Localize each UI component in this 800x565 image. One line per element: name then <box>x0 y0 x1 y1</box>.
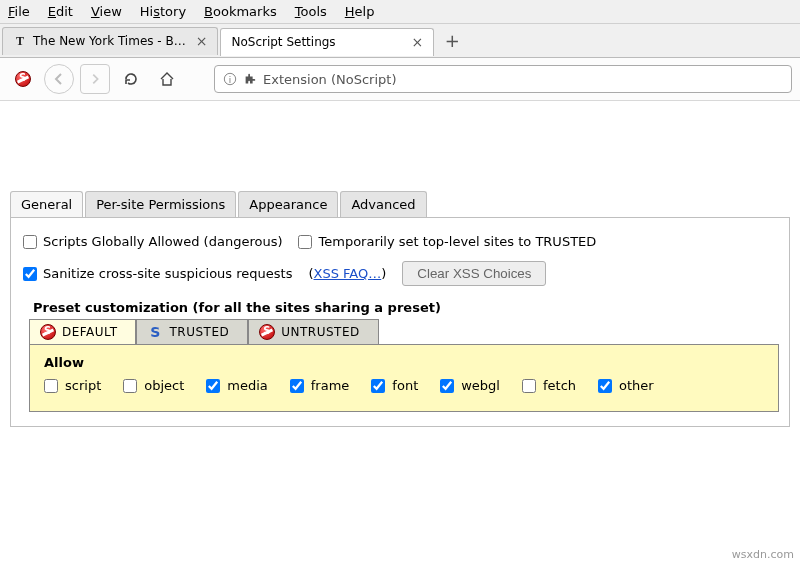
nav-toolbar: i Extension (NoScript) <box>0 58 800 101</box>
menu-view[interactable]: View <box>91 4 122 19</box>
menu-history[interactable]: History <box>140 4 186 19</box>
tab-per-site[interactable]: Per-site Permissions <box>85 191 236 217</box>
info-icon: i <box>223 72 237 86</box>
sanitize-checkbox[interactable]: Sanitize cross-site suspicious requests <box>23 266 292 281</box>
allow-label: Allow <box>44 355 766 370</box>
perm-fetch[interactable]: fetch <box>522 378 576 393</box>
preset-tabs: DEFAULT S TRUSTED UNTRUSTED <box>29 319 779 345</box>
back-button[interactable] <box>44 64 74 94</box>
tab-strip: T The New York Times - B… × NoScript Set… <box>0 24 800 58</box>
settings-content: General Per-site Permissions Appearance … <box>0 191 800 427</box>
noscript-icon <box>15 71 31 87</box>
perm-webgl[interactable]: webgl <box>440 378 500 393</box>
perm-frame[interactable]: frame <box>290 378 350 393</box>
menu-edit[interactable]: Edit <box>48 4 73 19</box>
settings-tab-row: General Per-site Permissions Appearance … <box>10 191 790 217</box>
tab-advanced[interactable]: Advanced <box>340 191 426 217</box>
perm-script[interactable]: script <box>44 378 101 393</box>
tab-title: NoScript Settings <box>231 35 335 49</box>
svg-text:i: i <box>229 75 231 85</box>
preset-heading: Preset customization (for all the sites … <box>21 292 779 319</box>
general-panel: Scripts Globally Allowed (dangerous) Tem… <box>10 217 790 427</box>
watermark: wsxdn.com <box>732 548 794 561</box>
xss-faq-link[interactable]: XSS FAQ… <box>314 266 382 281</box>
trusted-icon: S <box>147 324 163 340</box>
untrusted-icon <box>259 324 275 340</box>
menu-file[interactable]: File <box>8 4 30 19</box>
menu-tools[interactable]: Tools <box>295 4 327 19</box>
perm-other[interactable]: other <box>598 378 654 393</box>
close-icon[interactable]: × <box>412 34 424 50</box>
preset-tab-trusted[interactable]: S TRUSTED <box>136 319 248 344</box>
preset-body: Allow script object media frame font web… <box>29 345 779 412</box>
perm-media[interactable]: media <box>206 378 268 393</box>
scripts-global-checkbox[interactable]: Scripts Globally Allowed (dangerous) <box>23 234 282 249</box>
tab-nytimes[interactable]: T The New York Times - B… × <box>2 27 218 55</box>
tab-general[interactable]: General <box>10 191 83 217</box>
tab-appearance[interactable]: Appearance <box>238 191 338 217</box>
clear-xss-button[interactable]: Clear XSS Choices <box>402 261 546 286</box>
preset-tab-untrusted[interactable]: UNTRUSTED <box>248 319 378 344</box>
perm-object[interactable]: object <box>123 378 184 393</box>
nyt-favicon-icon: T <box>13 34 27 48</box>
perm-font[interactable]: font <box>371 378 418 393</box>
reload-button[interactable] <box>116 64 146 94</box>
extension-icon <box>243 72 257 86</box>
tab-title: The New York Times - B… <box>33 34 186 48</box>
default-icon <box>40 324 56 340</box>
home-button[interactable] <box>152 64 182 94</box>
menubar: File Edit View History Bookmarks Tools H… <box>0 0 800 24</box>
preset-tab-default[interactable]: DEFAULT <box>29 319 136 344</box>
temp-trusted-checkbox[interactable]: Temporarily set top-level sites to TRUST… <box>298 234 596 249</box>
url-text: Extension (NoScript) <box>263 72 396 87</box>
new-tab-button[interactable]: + <box>436 30 468 51</box>
url-bar[interactable]: i Extension (NoScript) <box>214 65 792 93</box>
menu-bookmarks[interactable]: Bookmarks <box>204 4 277 19</box>
xss-faq-wrap: (XSS FAQ…) <box>308 266 386 281</box>
close-icon[interactable]: × <box>196 33 208 49</box>
noscript-toolbar-icon[interactable] <box>8 64 38 94</box>
forward-button[interactable] <box>80 64 110 94</box>
menu-help[interactable]: Help <box>345 4 375 19</box>
tab-noscript-settings[interactable]: NoScript Settings × <box>220 28 434 56</box>
